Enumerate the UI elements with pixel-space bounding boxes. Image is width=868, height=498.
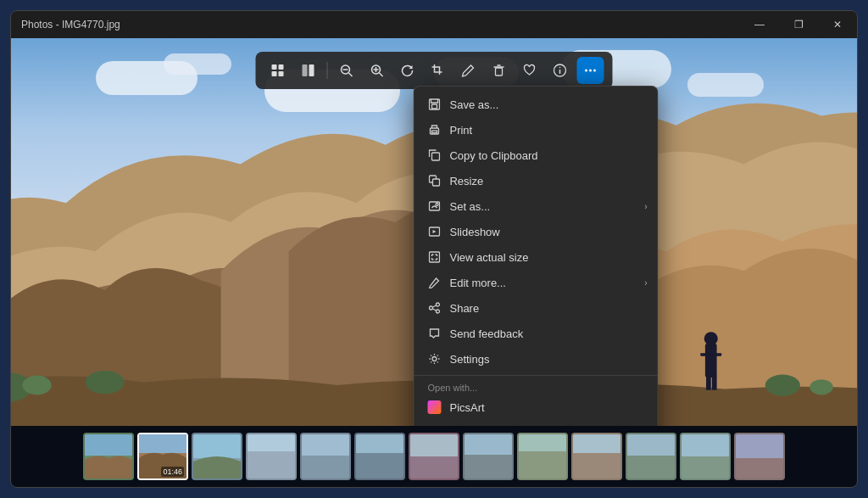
compare-button[interactable] [295,57,322,84]
svg-rect-74 [682,434,729,456]
context-menu: Save as... Print Copy to Clipboard [413,86,658,426]
crop-button[interactable] [425,57,452,84]
menu-item-picsart[interactable]: PicsArt [414,394,657,420]
svg-point-31 [589,70,592,72]
filmstrip-thumb-10[interactable] [571,433,622,480]
svg-rect-13 [279,71,284,76]
svg-line-20 [380,73,383,76]
set-as-arrow: › [644,202,647,211]
save-as-icon [427,98,441,111]
svg-line-49 [432,309,436,311]
thumb-preview-6 [356,434,403,478]
open-with-label: Open with... [414,379,657,394]
more-button[interactable] [577,57,604,84]
filmstrip-thumb-7[interactable] [409,433,459,480]
svg-point-50 [432,357,437,361]
copy-icon [427,148,441,162]
svg-rect-37 [431,153,439,160]
svg-rect-9 [712,376,717,390]
svg-point-30 [585,70,587,72]
minimize-button[interactable]: — [740,11,779,38]
filmstrip-thumb-6[interactable] [354,433,405,480]
menu-item-get-extensions[interactable]: ⊞ Get extensions from the Microsoft Stor… [414,420,657,426]
menu-item-settings[interactable]: Settings [414,346,657,372]
settings-icon [427,352,441,366]
menu-item-print[interactable]: Print [414,117,657,143]
thumb-preview-13 [736,434,783,478]
svg-marker-43 [432,230,436,233]
menu-item-share[interactable]: Share [414,295,657,321]
view-actual-icon [427,250,441,264]
menu-label-resize: Resize [449,175,483,187]
menu-item-save-as[interactable]: Save as... [414,92,657,117]
menu-item-view-actual[interactable]: View actual size [414,244,657,270]
thumb-preview-12 [682,434,729,478]
svg-point-6 [704,332,718,345]
svg-rect-72 [627,434,675,456]
filmstrip-thumb-12[interactable] [680,433,731,480]
menu-label-copy: Copy to Clipboard [449,149,537,162]
filmstrip-thumb-5[interactable] [300,433,351,480]
svg-point-45 [436,303,439,306]
svg-rect-14 [303,64,308,76]
filmstrip-thumb-4[interactable] [246,433,297,480]
zoom-out-button[interactable] [333,57,360,84]
svg-rect-8 [706,376,711,390]
svg-rect-52 [85,434,132,456]
menu-item-copy[interactable]: Copy to Clipboard [414,143,657,168]
thumb-preview-3 [193,434,241,478]
filmstrip-thumb-3[interactable] [192,433,242,480]
filmstrip-thumb-8[interactable] [463,433,514,480]
svg-point-47 [436,310,439,313]
svg-rect-10 [272,64,277,70]
thumb-duration-2: 01:46 [161,467,184,477]
rotate-button[interactable] [394,57,421,84]
filmstrip-thumb-1[interactable] [83,433,134,480]
print-icon [427,123,441,137]
svg-rect-58 [248,434,295,451]
svg-rect-39 [432,179,439,186]
edit-button[interactable] [455,57,482,84]
view-button[interactable] [264,57,292,84]
edit-more-icon [427,276,441,289]
svg-rect-64 [410,434,458,456]
svg-point-46 [429,306,432,310]
svg-rect-34 [431,104,437,109]
window-title: Photos - IMG4770.jpg [21,19,120,31]
svg-line-17 [349,73,353,76]
svg-point-41 [436,204,438,206]
menu-item-set-as[interactable]: Set as... › [414,193,657,219]
filmstrip-thumb-13[interactable] [734,433,785,480]
menu-label-print: Print [449,124,472,137]
filmstrip-thumb-9[interactable] [517,433,568,480]
svg-point-32 [593,70,596,72]
window-controls: — ❐ ✕ [740,11,857,38]
thumb-preview-11 [627,434,675,478]
menu-label-feedback: Send feedback [449,327,523,340]
svg-point-3 [765,374,800,395]
menu-item-resize[interactable]: Resize [414,168,657,193]
thumb-preview-5 [302,434,349,478]
toolbar-divider-1 [327,62,328,79]
toolbar [256,52,613,89]
delete-button[interactable] [486,57,513,84]
filmstrip-thumb-11[interactable] [626,433,676,480]
menu-item-edit-more[interactable]: Edit more... › [414,270,657,295]
svg-point-4 [810,379,832,394]
app-window: Photos - IMG4770.jpg — ❐ ✕ [10,10,858,488]
svg-rect-56 [193,434,241,458]
menu-label-view-actual: View actual size [449,251,528,264]
svg-rect-60 [302,434,349,456]
menu-item-feedback[interactable]: Send feedback [414,321,657,346]
info-button[interactable] [547,57,574,84]
menu-label-share: Share [449,302,479,315]
close-button[interactable]: ✕ [818,11,857,38]
photo-area: Save as... Print Copy to Clipboard [11,38,857,426]
zoom-in-button[interactable] [364,57,391,84]
maximize-button[interactable]: ❐ [779,11,818,38]
menu-item-slideshow[interactable]: Slideshow [414,219,657,244]
svg-rect-44 [429,252,439,262]
svg-rect-62 [356,434,403,453]
favorite-button[interactable] [516,57,543,84]
filmstrip-thumb-2[interactable]: 01:46 [137,433,188,480]
